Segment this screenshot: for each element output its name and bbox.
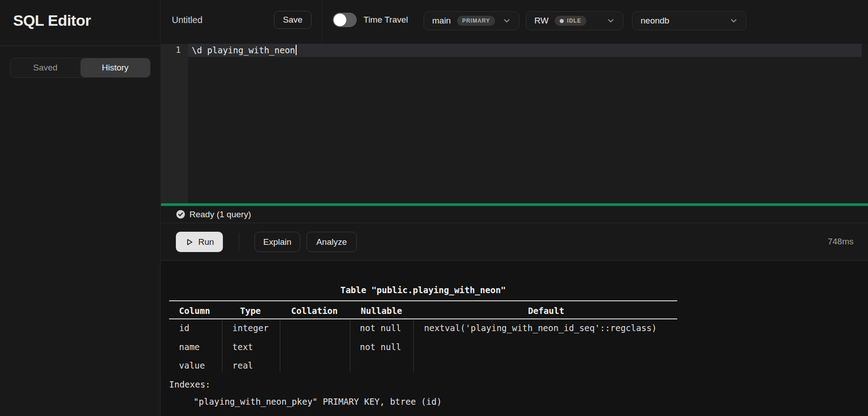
line-number: 1 <box>161 45 181 55</box>
analyze-button[interactable]: Analyze <box>307 232 357 252</box>
chevron-down-icon <box>607 17 615 25</box>
status-bar: Ready (1 query) <box>161 206 868 223</box>
saved-history-segmented-control: Saved History <box>10 58 151 78</box>
table-cell: name <box>179 342 200 352</box>
main-panel: Untitled Save Time Travel main PRIMARY R… <box>161 0 868 416</box>
table-cell: id <box>179 323 189 333</box>
run-button-label: Run <box>198 237 214 247</box>
tab-saved[interactable]: Saved <box>10 58 80 77</box>
time-travel-control: Time Travel <box>333 13 408 27</box>
branch-selector[interactable]: main PRIMARY <box>424 11 519 30</box>
actions-divider <box>239 233 239 251</box>
col-header-default: Default <box>528 306 564 316</box>
table-cell: real <box>232 360 253 370</box>
chevron-down-icon <box>730 17 738 25</box>
text-cursor <box>296 45 297 55</box>
results-panel: Table "public.playing_with_neon" Column … <box>161 261 868 416</box>
status-message: Ready (1 query) <box>189 210 251 220</box>
table-rule-header <box>169 318 677 319</box>
table-cell: nextval('playing_with_neon_id_seq'::regc… <box>424 323 657 333</box>
table-cell: not null <box>360 323 401 333</box>
table-column-divider <box>280 320 280 372</box>
table-cell: text <box>232 342 253 352</box>
sidebar: SQL Editor Saved History <box>0 0 160 416</box>
table-column-divider <box>413 320 414 372</box>
time-travel-label: Time Travel <box>363 15 408 25</box>
sidebar-header: SQL Editor <box>0 0 160 46</box>
database-name: neondb <box>641 16 669 26</box>
col-header-column: Column <box>179 306 210 316</box>
table-rule-top <box>169 300 677 301</box>
results-table-title: Table "public.playing_with_neon" <box>169 285 677 295</box>
actions-row: Run Explain Analyze 748ms <box>161 224 868 261</box>
editor-gutter <box>161 44 188 203</box>
run-button[interactable]: Run <box>176 232 223 252</box>
table-column-divider <box>350 320 350 372</box>
compute-status-label: IDLE <box>567 18 581 24</box>
query-title: Untitled <box>172 0 203 40</box>
query-duration: 748ms <box>828 237 854 247</box>
branch-name: main <box>432 16 451 26</box>
code-line[interactable]: \d playing_with_neon <box>192 45 297 55</box>
page-title: SQL Editor <box>13 12 91 29</box>
col-header-type: Type <box>240 306 261 316</box>
toolbar-divider <box>322 0 322 44</box>
status-dot-icon <box>560 19 564 23</box>
col-header-collation: Collation <box>291 306 338 316</box>
toggle-knob-icon <box>334 14 346 26</box>
compute-status-badge: IDLE <box>555 16 586 26</box>
toolbar: Untitled Save Time Travel main PRIMARY R… <box>161 0 868 44</box>
branch-primary-badge: PRIMARY <box>457 16 495 26</box>
table-cell: value <box>179 360 205 370</box>
sql-editor[interactable]: 1 \d playing_with_neon <box>161 44 868 203</box>
time-travel-toggle[interactable] <box>333 13 357 27</box>
chevron-down-icon <box>503 17 511 25</box>
compute-name: RW <box>534 16 548 26</box>
check-circle-icon <box>176 210 185 219</box>
database-selector[interactable]: neondb <box>632 11 746 30</box>
indexes-label: Indexes: <box>169 379 211 389</box>
play-icon <box>185 238 194 247</box>
code-text: \d playing_with_neon <box>192 45 295 55</box>
table-cell: not null <box>360 342 401 352</box>
table-cell: integer <box>232 323 269 333</box>
index-definition: "playing_with_neon_pkey" PRIMARY KEY, bt… <box>193 397 442 407</box>
tab-history[interactable]: History <box>80 58 151 77</box>
table-column-divider <box>222 320 222 372</box>
explain-button[interactable]: Explain <box>255 232 300 252</box>
compute-selector[interactable]: RW IDLE <box>526 11 623 30</box>
col-header-nullable: Nullable <box>361 306 402 316</box>
save-button[interactable]: Save <box>274 11 311 29</box>
